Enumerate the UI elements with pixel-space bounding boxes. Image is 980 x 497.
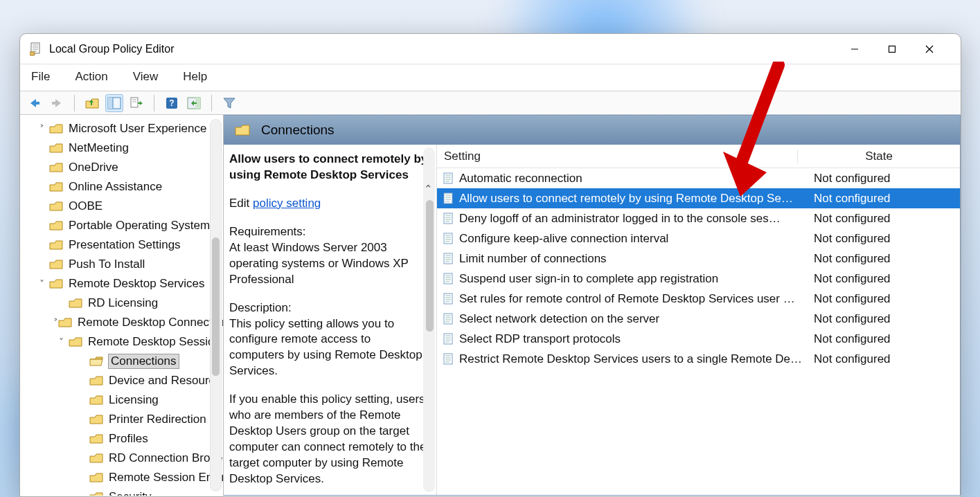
window-title: Local Group Policy Editor [49, 43, 175, 55]
tree-item[interactable]: Remote Session Environment [20, 468, 223, 487]
maximize-button[interactable] [873, 34, 911, 64]
column-state[interactable]: State [797, 150, 960, 163]
description-head: Description: [229, 300, 428, 316]
menu-help[interactable]: Help [180, 69, 210, 85]
up-one-level-button[interactable] [83, 94, 101, 112]
tree-item[interactable]: ˃Microsoft User Experience [20, 119, 223, 138]
forward-button[interactable] [48, 94, 66, 112]
chevron-up-icon[interactable]: ⌃ [424, 183, 433, 195]
svg-rect-32 [444, 213, 452, 224]
tree-item-label: Licensing [109, 393, 159, 407]
tree-item[interactable]: Connections [20, 352, 223, 371]
tree-item-label: OneDrive [69, 161, 118, 174]
setting-name: Select RDP transport protocols [459, 332, 807, 346]
setting-state: Not configured [807, 192, 960, 206]
setting-row[interactable]: Configure keep-alive connection interval… [437, 228, 960, 248]
policy-setting-link[interactable]: policy setting [253, 197, 321, 210]
tree-item[interactable]: Push To Install [20, 255, 223, 274]
setting-row[interactable]: Set rules for remote control of Remote D… [437, 289, 960, 309]
tree-item[interactable]: Printer Redirection [20, 410, 223, 429]
minimize-button[interactable] [836, 34, 873, 64]
menu-bar: File Action View Help [20, 64, 961, 91]
menu-action[interactable]: Action [72, 69, 110, 85]
tree-item[interactable]: Presentation Settings [20, 235, 223, 255]
setting-state: Not configured [807, 332, 960, 346]
svg-rect-5 [30, 52, 35, 55]
setting-name: Deny logoff of an administrator logged i… [459, 212, 807, 226]
svg-rect-67 [444, 354, 452, 364]
tree-item-label: Microsoft User Experience [69, 122, 206, 136]
tree-item[interactable]: OOBE [20, 197, 223, 216]
tree-item[interactable]: Security [20, 487, 223, 496]
tree-scrollbar[interactable] [210, 119, 222, 491]
back-button[interactable] [26, 94, 44, 112]
description-body: This policy setting allows you to config… [229, 316, 428, 380]
help-button[interactable]: ? [163, 94, 181, 112]
setting-name: Select network detection on the server [459, 312, 807, 326]
tree-item[interactable]: OneDrive [20, 158, 223, 177]
setting-row[interactable]: Limit number of connectionsNot configure… [437, 248, 960, 269]
chevron-icon[interactable]: ˃ [53, 317, 58, 328]
tree-item[interactable]: Portable Operating System [20, 216, 223, 235]
setting-row[interactable]: Automatic reconnectionNot configured [437, 168, 960, 188]
svg-rect-11 [52, 102, 57, 105]
tree-pane[interactable]: ˃Microsoft User ExperienceNetMeetingOneD… [20, 115, 224, 496]
folder-icon [235, 124, 250, 136]
svg-rect-52 [444, 293, 452, 304]
filter-button[interactable] [220, 94, 238, 112]
setting-row[interactable]: Select RDP transport protocolsNot config… [437, 329, 960, 349]
chevron-icon[interactable]: ˅ [53, 336, 69, 347]
chevron-icon[interactable]: ˅ [34, 278, 49, 289]
toolbar: ? [20, 91, 961, 115]
chevron-icon[interactable]: ˃ [34, 123, 49, 134]
tree-item[interactable]: Device and Resource [20, 371, 223, 390]
setting-name: Automatic reconnection [459, 172, 807, 186]
column-setting[interactable]: Setting [437, 150, 797, 163]
tree-item[interactable]: Licensing [20, 390, 223, 410]
close-button[interactable] [911, 34, 948, 64]
setting-state: Not configured [807, 292, 960, 306]
setting-row[interactable]: Allow users to connect remotely by using… [437, 188, 960, 208]
tree-item[interactable]: Profiles [20, 429, 223, 449]
setting-row[interactable]: Select network detection on the serverNo… [437, 309, 960, 329]
tree-item-label: Profiles [109, 432, 148, 446]
svg-rect-10 [35, 102, 39, 105]
tree-item[interactable]: ˃Remote Desktop Connection [20, 313, 223, 332]
tree-item-label: OOBE [69, 199, 103, 213]
svg-rect-13 [108, 98, 113, 109]
setting-state: Not configured [807, 232, 960, 246]
svg-rect-62 [444, 334, 452, 344]
setting-state: Not configured [807, 272, 960, 286]
requirements-head: Requirements: [229, 224, 428, 240]
setting-name: Restrict Remote Desktop Services users t… [459, 352, 807, 366]
setting-state: Not configured [807, 312, 960, 326]
setting-row[interactable]: Deny logoff of an administrator logged i… [437, 208, 960, 228]
svg-rect-47 [444, 273, 452, 284]
tree-item[interactable]: RD Connection Broker [20, 449, 223, 468]
tree-item[interactable]: RD Licensing [20, 293, 223, 313]
svg-rect-27 [444, 193, 452, 204]
setting-row[interactable]: Restrict Remote Desktop Services users t… [437, 349, 960, 369]
column-headers[interactable]: Setting State [437, 145, 960, 168]
tree-item[interactable]: ˅Remote Desktop Session [20, 332, 223, 352]
gpedit-window: Local Group Policy Editor File Action Vi… [19, 33, 961, 497]
title-bar: Local Group Policy Editor [20, 34, 961, 64]
action-pane-button[interactable] [185, 94, 203, 112]
svg-rect-37 [444, 233, 452, 244]
setting-name: Suspend user sign-in to complete app reg… [459, 272, 807, 286]
tree-item-label: Portable Operating System [69, 219, 210, 233]
tree-item-label: Printer Redirection [109, 413, 206, 426]
tree-item-label: Remote Session Environment [109, 471, 224, 485]
svg-rect-15 [131, 98, 138, 107]
requirements-body: At least Windows Server 2003 operating s… [229, 240, 428, 288]
tree-item[interactable]: ˅Remote Desktop Services [20, 274, 223, 293]
desc-scrollbar-thumb[interactable] [426, 200, 434, 332]
export-list-button[interactable] [127, 94, 145, 112]
setting-row[interactable]: Suspend user sign-in to complete app reg… [437, 269, 960, 289]
tree-item[interactable]: Online Assistance [20, 177, 223, 197]
menu-view[interactable]: View [130, 69, 161, 85]
setting-name: Set rules for remote control of Remote D… [459, 292, 807, 306]
show-hide-tree-button[interactable] [105, 94, 123, 112]
menu-file[interactable]: File [28, 69, 53, 85]
tree-item[interactable]: NetMeeting [20, 138, 223, 158]
